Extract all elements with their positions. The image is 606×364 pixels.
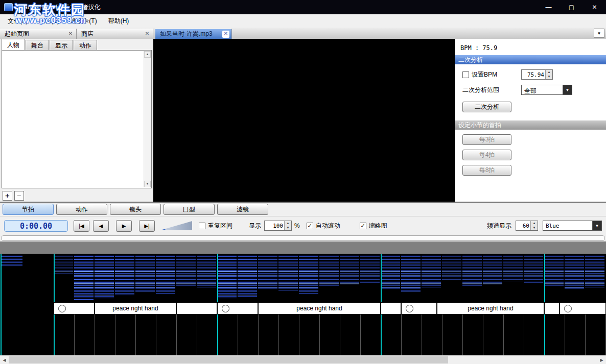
dropdown-arrow-icon[interactable]: ▼ bbox=[563, 85, 572, 94]
tab-close-icon[interactable]: ✕ bbox=[67, 31, 74, 38]
mode-tab-lipsync[interactable]: 口型 bbox=[164, 204, 215, 215]
tab-label: 商店 bbox=[81, 30, 144, 38]
zoom-spinner[interactable]: 100 ▲ ▼ bbox=[264, 221, 292, 231]
spectrum-segment bbox=[115, 255, 134, 296]
clip-row: peace right handpeace right handpeace ri… bbox=[0, 302, 606, 314]
autoscroll-checkbox[interactable]: ✓ bbox=[307, 223, 313, 229]
preview-viewport[interactable] bbox=[153, 39, 455, 202]
time-display: 0:00.00 bbox=[4, 220, 68, 232]
scroll-left-icon[interactable]: ◀ bbox=[0, 356, 9, 364]
scrollbar-thumb[interactable] bbox=[9, 356, 448, 363]
tab-motion[interactable]: 动作 bbox=[74, 40, 97, 50]
bpm-spinner[interactable]: 75.94 ▲ ▼ bbox=[521, 69, 553, 80]
zoom-value: 100 bbox=[265, 221, 284, 230]
horizontal-scrollbar[interactable]: ◀ ▶ bbox=[0, 355, 606, 364]
clip-empty-cell[interactable] bbox=[176, 302, 217, 314]
tab-display[interactable]: 显示 bbox=[50, 40, 73, 50]
maximize-button[interactable]: ▢ bbox=[560, 0, 583, 14]
step-forward-button[interactable]: ▶| bbox=[139, 220, 155, 232]
spin-up-icon[interactable]: ▲ bbox=[531, 221, 538, 226]
clip-marker-cell[interactable] bbox=[54, 302, 95, 314]
clip-marker-cell[interactable] bbox=[217, 302, 258, 314]
clip-label-cell[interactable]: peace right hand bbox=[437, 302, 544, 314]
spectrum-color-select[interactable]: Blue ▼ bbox=[543, 221, 602, 231]
analysis-range-value: 全部 bbox=[522, 85, 563, 94]
character-list[interactable]: ▲ ▼ bbox=[2, 50, 152, 188]
analysis-range-select[interactable]: 全部 ▼ bbox=[521, 85, 572, 95]
tab-stage[interactable]: 舞台 bbox=[26, 40, 49, 50]
beat-line bbox=[401, 314, 402, 355]
mode-tab-motion[interactable]: 动作 bbox=[56, 204, 107, 215]
spin-up-icon[interactable]: ▲ bbox=[285, 221, 291, 226]
clip-marker-cell[interactable] bbox=[401, 302, 437, 314]
spectrum-value: 60 bbox=[516, 221, 530, 230]
mode-tab-camera[interactable]: 镜头 bbox=[110, 204, 161, 215]
scroll-right-icon[interactable]: ▶ bbox=[597, 356, 606, 364]
tab-close-icon[interactable]: ✕ bbox=[144, 31, 151, 38]
left-panel: 人物 舞台 显示 动作 ▲ ▼ + − bbox=[0, 39, 153, 202]
spectrum-segment bbox=[217, 255, 237, 299]
scroll-up-icon[interactable]: ▲ bbox=[144, 51, 151, 58]
tab-overflow-button[interactable]: ▼ bbox=[594, 29, 604, 38]
spectrum-segment bbox=[74, 255, 94, 300]
spin-down-icon[interactable]: ▼ bbox=[531, 226, 538, 230]
beat-line bbox=[462, 314, 463, 355]
spin-down-icon[interactable]: ▼ bbox=[546, 75, 552, 79]
spectrum-segment bbox=[483, 255, 502, 284]
tab-store[interactable]: 商店 ✕ bbox=[77, 29, 153, 39]
tab-character[interactable]: 人物 bbox=[2, 39, 25, 50]
thumbnail-checkbox[interactable]: ✓ bbox=[360, 223, 366, 229]
beat-line bbox=[442, 314, 442, 355]
measure-line bbox=[217, 314, 218, 355]
app-icon bbox=[4, 3, 13, 11]
set-bpm-checkbox[interactable] bbox=[462, 71, 469, 78]
scroll-down-icon[interactable]: ▼ bbox=[144, 181, 151, 187]
marker-circle[interactable] bbox=[58, 305, 66, 312]
beat-line bbox=[95, 314, 95, 355]
spin-down-icon[interactable]: ▼ bbox=[285, 226, 291, 230]
bpm-value: 75.94 bbox=[522, 70, 545, 79]
clip-label-cell[interactable]: peace right hand bbox=[95, 302, 176, 314]
clip-label-cell[interactable]: peace right hand bbox=[258, 302, 381, 314]
step-back-button[interactable]: ◀ bbox=[93, 220, 109, 232]
marker-circle[interactable] bbox=[222, 305, 229, 312]
timeline-area[interactable]: peace right handpeace right handpeace ri… bbox=[0, 254, 606, 355]
marker-circle[interactable] bbox=[564, 305, 572, 312]
marker-circle[interactable] bbox=[406, 305, 413, 312]
dropdown-arrow-icon[interactable]: ▼ bbox=[592, 221, 601, 230]
skip-start-button[interactable]: |◀ bbox=[74, 220, 89, 232]
mode-tab-beat[interactable]: 节拍 bbox=[3, 204, 54, 215]
list-scrollbar[interactable]: ▲ ▼ bbox=[144, 51, 151, 187]
spectrum-segment bbox=[565, 255, 584, 289]
every-3-beats-button[interactable]: 每3拍 bbox=[462, 134, 511, 145]
volume-slider[interactable] bbox=[160, 221, 192, 230]
spectrum-segment bbox=[135, 255, 155, 292]
tab-song-mp3[interactable]: 如果当时-许嵩.mp3 ✕ bbox=[155, 29, 232, 39]
beat-line bbox=[156, 314, 156, 355]
timeline-scrollbar[interactable] bbox=[1, 235, 605, 241]
play-button[interactable]: ▶ bbox=[116, 220, 132, 232]
playhead[interactable] bbox=[1, 254, 2, 355]
remove-item-button[interactable]: − bbox=[14, 191, 24, 201]
secondary-analysis-button[interactable]: 二次分析 bbox=[462, 102, 511, 112]
clip-marker-cell[interactable] bbox=[560, 302, 606, 314]
clip-empty-cell[interactable] bbox=[544, 302, 560, 314]
tab-start-page[interactable]: 起始页面 ✕ bbox=[0, 29, 77, 39]
mode-tab-filter[interactable]: 滤镜 bbox=[217, 204, 268, 215]
tab-close-icon[interactable]: ✕ bbox=[222, 31, 229, 38]
beat-line bbox=[360, 314, 361, 355]
every-8-beats-button[interactable]: 每8拍 bbox=[462, 165, 511, 176]
spin-up-icon[interactable]: ▲ bbox=[546, 70, 552, 75]
minimize-button[interactable]: — bbox=[537, 0, 560, 14]
add-item-button[interactable]: + bbox=[3, 191, 12, 201]
repeat-range-checkbox[interactable] bbox=[199, 223, 205, 229]
close-button[interactable]: ✕ bbox=[583, 0, 606, 14]
title-bar: Charamin Studio 青龙圣者汉化 — ▢ ✕ bbox=[0, 0, 606, 14]
menu-help[interactable]: 帮助(H) bbox=[103, 15, 135, 28]
spectrum-spinner[interactable]: 60 ▲ ▼ bbox=[516, 221, 538, 231]
watermark-site-url: www.pc0359.cn bbox=[15, 15, 86, 26]
tab-label: 如果当时-许嵩.mp3 bbox=[160, 30, 222, 38]
every-4-beats-button[interactable]: 每4拍 bbox=[462, 150, 511, 160]
beat-line bbox=[299, 314, 299, 355]
clip-empty-cell[interactable] bbox=[381, 302, 401, 314]
